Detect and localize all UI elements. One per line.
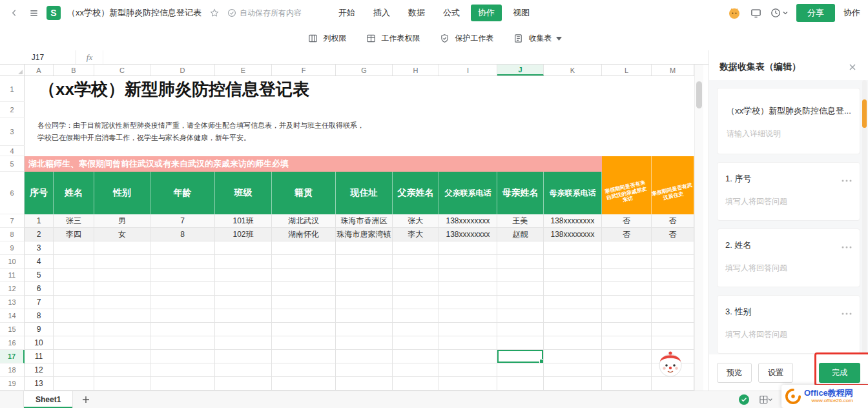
grid-cell[interactable] — [272, 255, 336, 269]
present-screen-icon[interactable] — [749, 6, 762, 19]
grid-cell[interactable] — [393, 350, 439, 363]
grid-cell[interactable] — [272, 241, 336, 255]
column-title-cell[interactable]: 籍贯 — [272, 172, 336, 214]
fx-icon[interactable]: fx — [76, 50, 103, 64]
grid-cell[interactable] — [272, 323, 336, 336]
grid-cell[interactable]: 12 — [25, 363, 54, 377]
data-cell[interactable]: 102班 — [215, 228, 272, 241]
grid-cell[interactable] — [272, 296, 336, 309]
toolbar-sheet-permission[interactable]: 工作表权限 — [365, 32, 420, 45]
grid-cell[interactable] — [497, 282, 544, 296]
grid-cell[interactable] — [602, 296, 652, 309]
grid-cell[interactable] — [393, 309, 439, 323]
data-cell[interactable]: 李大 — [393, 228, 439, 241]
grid-cell[interactable] — [94, 282, 150, 296]
cell-name-box[interactable]: J17 — [0, 50, 76, 64]
menu-item-home[interactable]: 开始 — [331, 5, 362, 21]
grid-cell[interactable]: 3 — [25, 241, 54, 255]
collaborate-button[interactable]: 协作 — [843, 7, 860, 19]
grid-cell[interactable] — [150, 350, 215, 363]
grid-cell[interactable] — [336, 269, 393, 282]
spreadsheet-grid[interactable]: ABCDEFGHIJKLM 1（xx学校）新型肺炎防控信息登记表23各位同学：由… — [0, 65, 694, 391]
grid-cell[interactable] — [215, 336, 272, 350]
orange-header-cell[interactable]: 寒假期间是否有武汉居住史 — [652, 172, 694, 214]
data-cell[interactable]: 珠海市唐家湾镇 — [336, 228, 393, 241]
wps-logo[interactable]: S — [46, 6, 61, 20]
column-title-cell[interactable]: 父亲联系电话 — [439, 172, 497, 214]
grid-cell[interactable]: 10 — [25, 336, 54, 350]
grid-cell[interactable] — [497, 255, 544, 269]
grid-cell[interactable] — [54, 269, 94, 282]
scrollbar-thumb[interactable] — [696, 81, 702, 108]
data-cell[interactable]: 138xxxxxxxx — [544, 228, 602, 241]
more-options-icon[interactable] — [842, 173, 852, 185]
grid-cell[interactable] — [439, 282, 497, 296]
panel-scrollbar[interactable] — [862, 80, 867, 354]
data-cell[interactable]: 湖南怀化 — [272, 228, 336, 241]
grid-cell[interactable] — [150, 363, 215, 377]
grid-cell[interactable] — [439, 323, 497, 336]
grid-cell[interactable] — [272, 269, 336, 282]
grid-cell[interactable]: 5 — [25, 269, 54, 282]
data-cell[interactable]: 否 — [652, 228, 694, 241]
grid-cell[interactable] — [54, 323, 94, 336]
more-options-icon[interactable] — [842, 306, 852, 318]
grid-cell[interactable] — [393, 255, 439, 269]
grid-cell[interactable] — [544, 309, 602, 323]
column-header-B[interactable]: B — [54, 65, 94, 76]
grid-cell[interactable] — [544, 269, 602, 282]
grid-cell[interactable] — [602, 309, 652, 323]
empty-merged-cell[interactable] — [25, 146, 694, 156]
grid-cell[interactable] — [94, 241, 150, 255]
grid-cell[interactable] — [54, 309, 94, 323]
data-cell[interactable]: 138xxxxxxxx — [544, 214, 602, 228]
column-title-cell[interactable]: 年龄 — [150, 172, 215, 214]
grid-cell[interactable] — [272, 377, 336, 391]
grid-cell[interactable] — [150, 336, 215, 350]
grid-cell[interactable] — [94, 377, 150, 391]
grid-cell[interactable] — [393, 269, 439, 282]
column-title-cell[interactable]: 班级 — [215, 172, 272, 214]
column-title-cell[interactable]: 姓名 — [54, 172, 94, 214]
grid-cell[interactable] — [652, 296, 694, 309]
orange-header-cell[interactable]: 寒假期间是否有来自武汉的亲戚朋友来访 — [602, 172, 652, 214]
grid-cell[interactable] — [336, 336, 393, 350]
column-title-cell[interactable]: 母亲联系电话 — [544, 172, 602, 214]
grid-cell[interactable] — [393, 323, 439, 336]
grid-cell[interactable] — [94, 255, 150, 269]
grid-cell[interactable] — [94, 336, 150, 350]
grid-cell[interactable] — [393, 377, 439, 391]
grid-cell[interactable] — [336, 241, 393, 255]
grid-cell[interactable] — [150, 282, 215, 296]
column-title-cell[interactable]: 现住址 — [336, 172, 393, 214]
grid-cell[interactable] — [150, 309, 215, 323]
grid-cell[interactable] — [54, 336, 94, 350]
menu-item-view[interactable]: 视图 — [506, 5, 537, 21]
grid-cell[interactable] — [336, 282, 393, 296]
grid-cell[interactable] — [544, 350, 602, 363]
column-header-E[interactable]: E — [215, 65, 272, 76]
grid-cell[interactable] — [544, 336, 602, 350]
grid-cell[interactable] — [497, 269, 544, 282]
preview-button[interactable]: 预览 — [717, 363, 752, 383]
grid-cell[interactable] — [652, 241, 694, 255]
grid-cell[interactable] — [215, 309, 272, 323]
grid-cell[interactable] — [544, 241, 602, 255]
grid-cell[interactable] — [215, 269, 272, 282]
data-cell[interactable]: 女 — [94, 228, 150, 241]
grid-cell[interactable] — [602, 269, 652, 282]
column-header-C[interactable]: C — [94, 65, 150, 76]
grid-cell[interactable]: 9 — [25, 323, 54, 336]
grid-cell[interactable] — [497, 323, 544, 336]
grid-cell[interactable] — [602, 363, 652, 377]
grid-cell[interactable] — [150, 323, 215, 336]
row-header-1[interactable]: 1 — [0, 76, 25, 102]
menu-item-formula[interactable]: 公式 — [436, 5, 467, 21]
notice-cell[interactable]: 各位同学：由于目前冠状性新型肺炎疫情严重，请全体师生配合填写信息表，并及时与班主… — [25, 117, 694, 146]
grid-cell[interactable] — [439, 377, 497, 391]
row-header-2[interactable]: 2 — [0, 102, 25, 117]
grid-cell[interactable] — [336, 309, 393, 323]
column-title-cell[interactable]: 父亲姓名 — [393, 172, 439, 214]
add-sheet-button[interactable] — [82, 396, 90, 403]
grid-cell[interactable] — [94, 296, 150, 309]
